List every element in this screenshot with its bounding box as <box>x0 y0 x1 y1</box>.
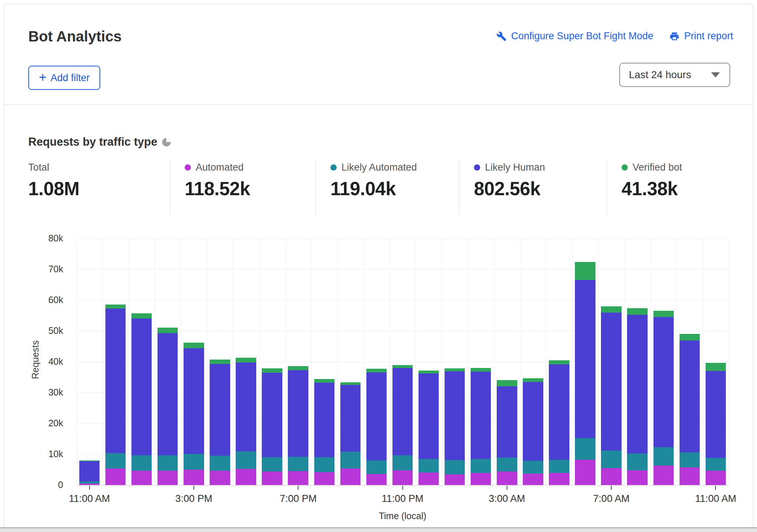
automated-segment <box>184 470 204 485</box>
verified-bot-segment <box>627 308 647 315</box>
bar-9-00-am-22[interactable] <box>651 238 677 485</box>
bar-7-00-pm-8[interactable] <box>285 238 311 485</box>
bar-1-00-am-14[interactable] <box>442 238 468 485</box>
bar-6-00-pm-7[interactable] <box>259 238 285 485</box>
x-axis-labels: 11:00 AM3:00 PM7:00 PM11:00 PM3:00 AM7:0… <box>76 493 729 506</box>
x-tickmark <box>611 486 612 490</box>
x-tickmark <box>89 486 90 490</box>
likely-human-segment <box>497 386 517 458</box>
chevron-down-icon <box>711 72 720 77</box>
bar-10-00-am-23[interactable] <box>677 238 703 485</box>
y-tick-80k: 80k <box>48 233 63 244</box>
likely-human-segment <box>288 370 308 457</box>
stat-verified-bot: Verified bot41.38k <box>606 160 743 215</box>
likely-human-segment <box>601 313 621 450</box>
bar-8-00-pm-9[interactable] <box>311 238 337 485</box>
automated-segment <box>262 471 282 485</box>
automated-segment <box>105 469 126 485</box>
automated-segment <box>601 468 621 485</box>
likely-automated-segment <box>105 453 126 469</box>
stat-likely-human: Likely Human802.56k <box>459 160 606 215</box>
add-filter-button[interactable]: + Add filter <box>28 66 100 90</box>
bar-3-00-pm-4[interactable] <box>181 238 207 485</box>
verified-bot-segment <box>471 368 491 372</box>
automated-segment <box>236 469 256 485</box>
bar-9-00-pm-10[interactable] <box>337 238 363 485</box>
stat-likely-automated: Likely Automated119.04k <box>315 160 459 215</box>
bar-2-00-pm-3[interactable] <box>155 238 181 485</box>
likely-human-segment <box>392 368 413 456</box>
y-axis-ticks: 010k20k30k40k50k60k70k80k <box>0 238 63 485</box>
likely-automated-segment <box>575 438 595 460</box>
print-link-label: Print report <box>684 30 733 42</box>
likely-automated-segment <box>601 451 621 468</box>
gridline <box>729 238 729 485</box>
bar-6-00-am-19[interactable] <box>572 238 598 485</box>
automated-segment <box>131 471 152 485</box>
likely-automated-legend-dot-icon <box>330 164 337 171</box>
automated-segment <box>288 471 308 485</box>
bar-5-00-am-18[interactable] <box>546 238 572 485</box>
x-tick-11-00-am-6: 11:00 AM <box>695 493 736 504</box>
bar-4-00-pm-5[interactable] <box>207 238 233 485</box>
likely-human-segment <box>340 385 361 452</box>
verified-bot-segment <box>706 363 726 371</box>
stat-label: Automated <box>196 162 244 173</box>
stat-label: Likely Automated <box>341 162 417 173</box>
verified-bot-segment <box>314 379 334 383</box>
verified-bot-segment <box>288 366 308 370</box>
likely-human-segment <box>549 364 569 460</box>
bar-7-00-am-20[interactable] <box>598 238 624 485</box>
time-range-dropdown[interactable]: Last 24 hours <box>619 63 730 87</box>
stat-value: 41.38k <box>622 178 743 200</box>
stat-label: Verified bot <box>633 162 682 173</box>
bar-11-00-am-24[interactable] <box>703 238 729 485</box>
likely-automated-segment <box>549 460 569 473</box>
bar-8-00-am-21[interactable] <box>624 238 651 485</box>
verified-bot-segment <box>262 368 282 373</box>
likely-automated-segment <box>131 455 152 471</box>
x-tick-3-00-pm-1: 3:00 PM <box>175 493 213 504</box>
likely-automated-segment <box>236 451 256 469</box>
likely-automated-segment <box>288 457 308 471</box>
likely-human-segment <box>445 371 465 460</box>
verified-bot-segment <box>549 360 569 364</box>
y-tick-0: 0 <box>58 480 63 490</box>
traffic-type-stats: Total1.08MAutomated118.52kLikely Automat… <box>28 160 735 215</box>
automated-segment <box>497 471 517 485</box>
automated-segment <box>653 466 674 485</box>
bar-10-00-pm-11[interactable] <box>363 238 390 485</box>
bar-11-00-am-0[interactable] <box>76 238 102 485</box>
y-tick-70k: 70k <box>48 264 63 274</box>
automated-segment <box>680 467 700 485</box>
likely-automated-segment <box>262 457 282 471</box>
automated-segment <box>210 471 230 485</box>
stat-label: Total <box>28 162 49 173</box>
bar-11-00-pm-12[interactable] <box>390 238 416 485</box>
likely-human-segment <box>653 317 674 447</box>
stat-value: 1.08M <box>28 178 170 200</box>
likely-human-segment <box>236 362 256 452</box>
automated-segment <box>627 470 647 485</box>
configure-super-bot-fight-mode-link[interactable]: Configure Super Bot Fight Mode <box>496 30 653 42</box>
verified-bot-segment <box>445 368 465 371</box>
bar-1-00-pm-2[interactable] <box>128 238 155 485</box>
likely-human-legend-dot-icon <box>474 164 480 171</box>
bar-12-00-am-13[interactable] <box>416 238 442 485</box>
stat-value: 802.56k <box>474 178 606 200</box>
x-tickmark <box>193 486 194 490</box>
bottom-section-edge <box>0 527 757 532</box>
bar-4-00-am-17[interactable] <box>520 238 546 485</box>
likely-automated-segment <box>184 454 204 470</box>
x-tick-7-00-am-5: 7:00 AM <box>593 493 630 504</box>
verified-bot-segment <box>680 334 700 340</box>
verified-bot-legend-dot-icon <box>622 164 628 171</box>
print-report-link[interactable]: Print report <box>669 30 733 42</box>
bar-12-00-pm-1[interactable] <box>102 238 128 485</box>
bar-5-00-pm-6[interactable] <box>233 238 259 485</box>
time-range-value: Last 24 hours <box>629 69 691 81</box>
bar-2-00-am-15[interactable] <box>468 238 494 485</box>
automated-segment <box>523 474 543 485</box>
x-tickmark <box>298 486 298 490</box>
bar-3-00-am-16[interactable] <box>494 238 520 485</box>
